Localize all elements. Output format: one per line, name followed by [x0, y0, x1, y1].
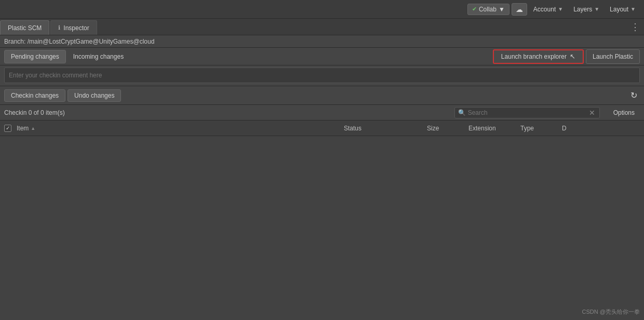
- col-size-label: Size: [427, 125, 439, 132]
- launch-plastic-button[interactable]: Launch Plastic: [586, 49, 640, 64]
- sort-arrow-icon: ▲: [31, 126, 35, 131]
- cloud-button[interactable]: ☁: [512, 3, 527, 16]
- search-input[interactable]: [468, 109, 586, 116]
- comment-area: [0, 65, 644, 86]
- attribution: CSDN @秃头给你一拳: [582, 308, 640, 316]
- collab-checkmark: ✔: [472, 6, 477, 12]
- cloud-icon: ☁: [516, 5, 523, 14]
- main-content: Plastic SCM ℹ Inspector ⋮ Branch: /main@…: [0, 19, 644, 320]
- checkin-label: Checkin 0 of 0 item(s): [4, 109, 65, 116]
- layers-label: Layers: [573, 6, 592, 13]
- refresh-icon: ↻: [630, 90, 637, 100]
- search-box: 🔍 ✕: [454, 107, 600, 118]
- cursor-icon: ↖: [570, 52, 575, 60]
- attribution-text: CSDN @秃头给你一拳: [582, 309, 640, 315]
- branch-bar: Branch: /main@LostCryptGame@UnityGames@c…: [0, 35, 644, 48]
- inspector-tab-label: Inspector: [63, 24, 89, 32]
- right-buttons: Launch branch explorer ↖ Launch Plastic: [493, 49, 640, 64]
- layout-caret-icon: ▼: [630, 6, 636, 12]
- top-menubar: ✔ Collab ▼ ☁ Account ▼ Layers ▼ Layout ▼: [0, 0, 644, 19]
- undo-changes-button[interactable]: Undo changes: [68, 89, 121, 102]
- header-item-col: Item ▲: [17, 125, 344, 132]
- comment-input[interactable]: [4, 68, 640, 83]
- more-tabs-button[interactable]: ⋮: [626, 21, 644, 33]
- branch-label: Branch: /main@LostCryptGame@UnityGames@c…: [4, 38, 154, 45]
- search-clear-button[interactable]: ✕: [588, 109, 596, 117]
- launch-plastic-label: Launch Plastic: [593, 53, 633, 60]
- checkin-changes-label: Checkin changes: [11, 92, 59, 99]
- col-d-label: D: [562, 125, 567, 132]
- col-type-label: Type: [520, 125, 534, 132]
- table-header: Item ▲ Status Size Extension Type D: [0, 121, 644, 136]
- options-button[interactable]: Options: [608, 106, 640, 119]
- collab-caret-icon: ▼: [499, 6, 505, 13]
- launch-branch-explorer-button[interactable]: Launch branch explorer ↖: [493, 49, 584, 64]
- checkin-changes-button[interactable]: Checkin changes: [4, 89, 65, 102]
- account-caret-icon: ▼: [558, 6, 563, 12]
- launch-branch-label: Launch branch explorer: [501, 53, 567, 60]
- options-label: Options: [613, 109, 635, 116]
- tab-inspector[interactable]: ℹ Inspector: [50, 20, 97, 35]
- header-status-col: Status: [344, 124, 427, 132]
- account-label: Account: [533, 6, 556, 13]
- sub-tab-bar: Pending changes Incoming changes Launch …: [0, 48, 644, 65]
- tab-plastic-scm[interactable]: Plastic SCM: [0, 20, 49, 35]
- account-menu-button[interactable]: Account ▼: [529, 4, 567, 15]
- subtab-incoming-changes[interactable]: Incoming changes: [67, 50, 130, 63]
- table-content: [0, 136, 644, 320]
- layers-caret-icon: ▼: [594, 6, 599, 12]
- refresh-button[interactable]: ↻: [627, 89, 640, 102]
- col-item-label: Item: [17, 125, 29, 132]
- action-bar: Checkin changes Undo changes ↻: [0, 86, 644, 105]
- header-type-col: Type: [520, 124, 562, 132]
- collab-button[interactable]: ✔ Collab ▼: [467, 4, 509, 15]
- col-extension-label: Extension: [468, 125, 496, 132]
- header-extension-col: Extension: [468, 124, 520, 132]
- subtab-pending-changes[interactable]: Pending changes: [4, 50, 66, 63]
- plastic-scm-tab-label: Plastic SCM: [8, 24, 42, 32]
- inspector-icon: ℹ: [58, 24, 60, 31]
- header-size-col: Size: [427, 124, 468, 132]
- select-all-checkbox[interactable]: [4, 125, 11, 132]
- undo-changes-label: Undo changes: [74, 92, 114, 99]
- checkin-bar: Checkin 0 of 0 item(s) 🔍 ✕ Options: [0, 105, 644, 121]
- layout-label: Layout: [610, 6, 628, 13]
- col-status-label: Status: [344, 125, 361, 132]
- search-icon: 🔍: [458, 109, 466, 116]
- layers-menu-button[interactable]: Layers ▼: [569, 4, 603, 15]
- pending-changes-label: Pending changes: [11, 53, 59, 60]
- incoming-changes-label: Incoming changes: [73, 53, 124, 60]
- tab-bar: Plastic SCM ℹ Inspector ⋮: [0, 19, 644, 35]
- collab-label: Collab: [479, 6, 497, 13]
- layout-menu-button[interactable]: Layout ▼: [606, 4, 640, 15]
- header-d-col: D: [562, 124, 640, 132]
- header-checkbox-col: [4, 125, 17, 132]
